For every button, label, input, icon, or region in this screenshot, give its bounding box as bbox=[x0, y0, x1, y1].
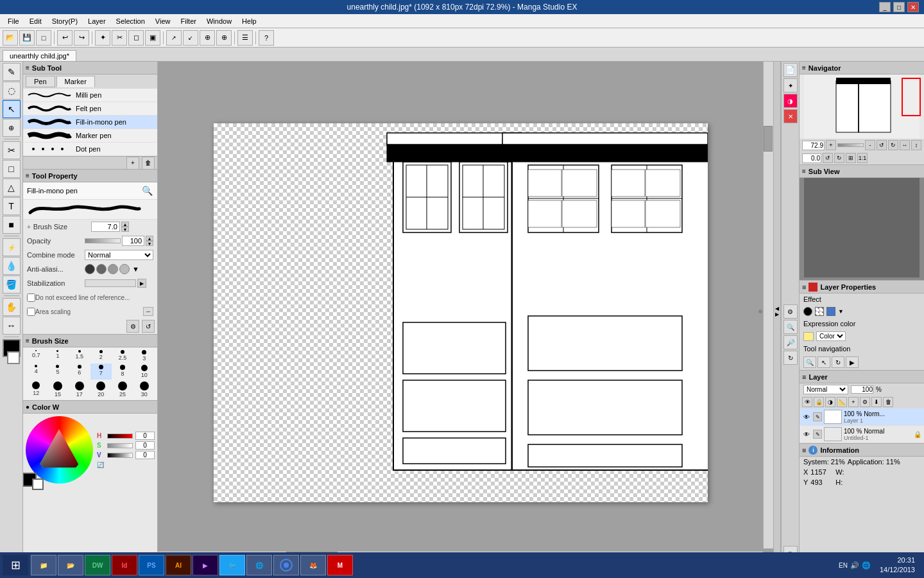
menu-edit[interactable]: Edit bbox=[24, 14, 47, 28]
size-20[interactable]: 20 bbox=[90, 380, 112, 399]
tab-document[interactable]: unearthly child.jpg* bbox=[3, 50, 76, 61]
ri-zoom-out[interactable]: 🔎 bbox=[783, 335, 798, 349]
brush-size-scroll[interactable]: 0.7 1 1.5 2 2.5 3 4 5 6 7 8 10 12 15 1 bbox=[23, 347, 157, 400]
anti-alias-dropdown[interactable]: ▼ bbox=[132, 265, 139, 273]
subtool-delete-icon[interactable]: 🗑 bbox=[142, 157, 155, 170]
brush-milli-pen[interactable]: Milli pen bbox=[23, 89, 157, 102]
size-8[interactable]: 8 bbox=[112, 363, 133, 380]
size-25[interactable]: 25 bbox=[112, 380, 133, 399]
nav-zoom-in[interactable]: + bbox=[826, 140, 836, 150]
combine-mode-select[interactable]: Normal bbox=[85, 250, 153, 260]
tool-fill[interactable]: ■ bbox=[3, 216, 21, 234]
anti-alias-dot-2[interactable] bbox=[96, 264, 107, 274]
tb-cut[interactable]: ✂ bbox=[112, 30, 127, 46]
tool-pointer[interactable]: ↖ bbox=[3, 100, 21, 118]
vertical-scroll-thumb[interactable] bbox=[764, 126, 773, 152]
menu-layer[interactable]: Layer bbox=[83, 14, 111, 28]
size-15[interactable]: 15 bbox=[47, 380, 69, 399]
start-button[interactable]: ⊞ bbox=[3, 555, 28, 575]
nav-fit[interactable]: ⊞ bbox=[846, 153, 856, 163]
layer-item-layer1[interactable]: 👁 ✎ 100 % Norm... Layer 1 bbox=[800, 408, 924, 426]
taskbar-ps[interactable]: PS bbox=[139, 555, 164, 575]
menu-window[interactable]: Window bbox=[201, 14, 237, 28]
taskbar-dw[interactable]: DW bbox=[85, 555, 110, 575]
tb-open[interactable]: 📂 bbox=[3, 30, 18, 46]
opacity-up[interactable]: ▲ bbox=[146, 236, 153, 241]
taskbar-premiere[interactable]: ▶ bbox=[193, 555, 218, 575]
toolprop-settings-icon[interactable]: ⚙ bbox=[126, 320, 139, 333]
tool-lasso[interactable]: ✂ bbox=[3, 141, 21, 159]
nav-zoom-slider[interactable] bbox=[837, 143, 864, 147]
tool-hand[interactable]: ✋ bbox=[3, 298, 21, 316]
layer-blend-mode-select[interactable]: Normal bbox=[803, 385, 848, 394]
tb-help[interactable]: ? bbox=[259, 30, 274, 46]
tb-select-rect[interactable]: ▣ bbox=[145, 30, 160, 46]
tb-select-all[interactable]: ◻ bbox=[128, 30, 144, 46]
tb-save[interactable]: 💾 bbox=[19, 30, 35, 46]
color-icon-1[interactable]: 🔄 bbox=[97, 462, 104, 468]
layer-eye-layer1[interactable]: 👁 bbox=[802, 412, 811, 421]
nav-reset-zoom[interactable]: ↻ bbox=[834, 153, 844, 163]
tb-undo[interactable]: ↩ bbox=[57, 30, 73, 46]
layer-lock[interactable]: 🔒 bbox=[814, 397, 824, 407]
tb-curve[interactable]: ↙ bbox=[183, 30, 198, 46]
effect-color-btn[interactable] bbox=[826, 307, 835, 316]
brush-size-down[interactable]: ▼ bbox=[121, 227, 129, 232]
size-30[interactable]: 30 bbox=[133, 380, 155, 399]
size-07[interactable]: 0.7 bbox=[26, 349, 47, 363]
brush-size-up[interactable]: ▲ bbox=[121, 222, 129, 227]
bg-color-swatch[interactable] bbox=[32, 478, 44, 490]
close-button[interactable]: ✕ bbox=[907, 2, 919, 12]
ri-zoom-in[interactable]: 🔍 bbox=[783, 320, 798, 334]
brush-size-expand[interactable]: + bbox=[27, 223, 31, 231]
do-not-exceed-checkbox[interactable] bbox=[27, 293, 35, 302]
s-slider[interactable] bbox=[107, 443, 133, 448]
size-4[interactable]: 4 bbox=[26, 363, 47, 380]
minimize-button[interactable]: _ bbox=[879, 2, 891, 12]
taskbar-ie[interactable]: 🌐 bbox=[246, 555, 272, 575]
layer-item-untitled[interactable]: 👁 ✎ 100 % Normal Untitled-1 🔒 bbox=[800, 426, 924, 443]
tnav-pointer[interactable]: ↖ bbox=[817, 356, 830, 368]
menu-selection[interactable]: Selection bbox=[111, 14, 150, 28]
nav-rotate-input[interactable] bbox=[802, 153, 821, 163]
opacity-slider[interactable] bbox=[85, 238, 121, 243]
menu-story[interactable]: Story(P) bbox=[47, 14, 83, 28]
layer-edit-icon-2[interactable]: ✎ bbox=[813, 430, 822, 439]
vertical-scrollbar[interactable] bbox=[763, 62, 773, 548]
ri-color[interactable]: ◑ bbox=[783, 94, 798, 108]
tb-color-settings[interactable]: ☰ bbox=[237, 30, 253, 46]
layer-add[interactable]: + bbox=[848, 397, 859, 407]
v-value-input[interactable] bbox=[135, 451, 155, 459]
nav-flip-h[interactable]: ↔ bbox=[900, 140, 910, 150]
layer-mask[interactable]: ◑ bbox=[825, 397, 835, 407]
size-2[interactable]: 2 bbox=[90, 349, 112, 363]
marker-tab[interactable]: Marker bbox=[56, 76, 95, 87]
menu-file[interactable]: File bbox=[3, 14, 24, 28]
tool-text[interactable]: T bbox=[3, 197, 21, 215]
brush-fillin-mono[interactable]: Fill-in-mono pen bbox=[23, 116, 157, 129]
layer-delete[interactable]: 🗑 bbox=[883, 397, 893, 407]
nav-flip-v[interactable]: ↕ bbox=[911, 140, 921, 150]
maximize-button[interactable]: □ bbox=[893, 2, 905, 12]
layer-ruler[interactable]: 📐 bbox=[837, 397, 847, 407]
tb-transform[interactable]: ✦ bbox=[95, 30, 110, 46]
brush-dot-pen[interactable]: Dot pen bbox=[23, 143, 157, 156]
canvas-document[interactable] bbox=[214, 123, 708, 502]
size-25[interactable]: 2.5 bbox=[112, 349, 133, 363]
layer-merge-down[interactable]: ⬇ bbox=[871, 397, 882, 407]
taskbar-files[interactable]: 📂 bbox=[58, 555, 83, 575]
background-color[interactable] bbox=[7, 351, 20, 364]
size-3[interactable]: 3 bbox=[133, 349, 155, 363]
tool-shape[interactable]: □ bbox=[3, 160, 21, 178]
ri-close[interactable]: ✕ bbox=[783, 109, 798, 123]
s-value-input[interactable] bbox=[135, 441, 155, 450]
ri-rotate[interactable]: ↻ bbox=[783, 351, 798, 365]
taskbar-chrome[interactable] bbox=[273, 555, 299, 575]
area-scaling-slider-bar[interactable]: ─ bbox=[143, 307, 153, 316]
menu-help[interactable]: Help bbox=[237, 14, 262, 28]
toolprop-reset-icon[interactable]: ↺ bbox=[142, 320, 155, 333]
nav-zoom-input[interactable] bbox=[802, 141, 825, 150]
size-17[interactable]: 17 bbox=[69, 380, 90, 399]
middle-collapse-bar[interactable]: ◀▶ bbox=[773, 62, 781, 561]
layer-eye-untitled[interactable]: 👁 bbox=[802, 430, 811, 439]
